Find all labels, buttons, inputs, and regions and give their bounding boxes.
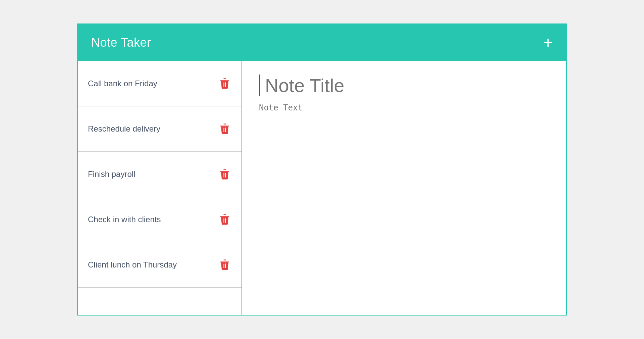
svg-rect-19 — [223, 263, 224, 268]
svg-rect-7 — [223, 128, 224, 132]
delete-note-button[interactable] — [218, 257, 231, 272]
note-title-input[interactable] — [259, 75, 549, 96]
note-editor — [242, 61, 566, 315]
delete-note-button[interactable] — [218, 167, 231, 182]
svg-rect-0 — [220, 80, 229, 81]
trash-icon — [220, 259, 230, 271]
note-text-input[interactable] — [259, 103, 549, 301]
svg-rect-17 — [220, 261, 229, 262]
notes-list: Call bank on Friday Reschedule delivery — [78, 61, 242, 315]
note-item-label: Check in with clients — [88, 215, 161, 224]
svg-rect-18 — [223, 259, 226, 260]
svg-rect-12 — [225, 173, 226, 177]
note-item-label: Finish payroll — [88, 170, 135, 179]
delete-note-button[interactable] — [218, 212, 231, 227]
app-title: Note Taker — [91, 36, 151, 50]
note-item-label: Call bank on Friday — [88, 79, 157, 88]
empty-list-row — [78, 288, 241, 315]
trash-icon — [220, 214, 230, 225]
app-container: Note Taker + Call bank on Friday — [77, 23, 567, 316]
svg-rect-5 — [220, 126, 229, 126]
list-item[interactable]: Reschedule delivery — [78, 106, 241, 152]
list-item[interactable]: Finish payroll — [78, 152, 241, 197]
svg-rect-15 — [223, 218, 224, 223]
svg-rect-3 — [223, 82, 224, 87]
delete-note-button[interactable] — [218, 76, 231, 91]
note-item-label: Client lunch on Thursday — [88, 260, 177, 270]
note-item-label: Reschedule delivery — [88, 124, 160, 134]
app-body: Call bank on Friday Reschedule delivery — [78, 61, 566, 315]
svg-rect-8 — [225, 128, 226, 132]
trash-icon — [220, 78, 230, 89]
delete-note-button[interactable] — [218, 122, 231, 136]
svg-rect-14 — [223, 214, 226, 215]
add-note-button[interactable]: + — [543, 35, 553, 51]
list-item[interactable]: Check in with clients — [78, 197, 241, 242]
svg-rect-4 — [225, 82, 226, 87]
svg-rect-11 — [223, 173, 224, 177]
svg-rect-10 — [223, 169, 226, 170]
svg-rect-20 — [225, 263, 226, 268]
app-header: Note Taker + — [78, 24, 566, 61]
list-item[interactable]: Call bank on Friday — [78, 61, 241, 106]
trash-icon — [220, 168, 230, 180]
svg-rect-1 — [223, 78, 226, 79]
svg-rect-13 — [220, 216, 229, 217]
svg-rect-6 — [223, 124, 226, 124]
svg-rect-9 — [220, 171, 229, 172]
svg-rect-16 — [225, 218, 226, 223]
list-item[interactable]: Client lunch on Thursday — [78, 242, 241, 288]
trash-icon — [220, 123, 230, 135]
